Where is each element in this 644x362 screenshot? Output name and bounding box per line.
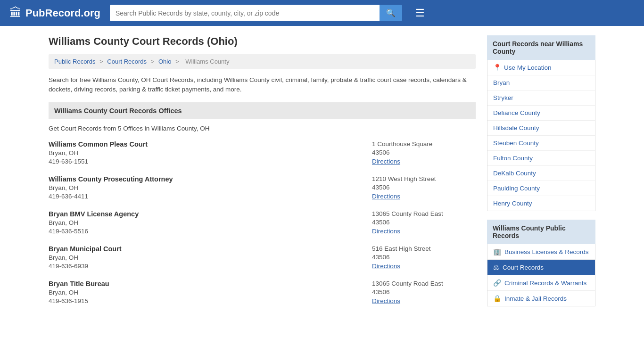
public-records-list: 🏢Business Licenses & Records⚖Court Recor… [487, 244, 595, 306]
offices-container: Williams Common Pleas Court Bryan, OH 41… [49, 140, 476, 304]
public-records-link[interactable]: Criminal Records & Warrants [504, 280, 586, 287]
office-right-4: 13065 County Road East 43506 Directions [372, 280, 476, 304]
office-city: Bryan, OH [49, 289, 363, 296]
search-area: 🔍 [110, 5, 402, 21]
office-name: Bryan Municipal Court [49, 245, 363, 253]
record-icon: 🔒 [493, 295, 501, 302]
office-address: 516 East High Street [372, 245, 476, 252]
office-entry: Williams County Prosecuting Attorney Bry… [49, 175, 476, 200]
nearby-link[interactable]: Paulding County [493, 185, 540, 192]
logo-link[interactable]: 🏛 PubRecord.org [9, 6, 100, 20]
nearby-link[interactable]: Defiance County [493, 109, 540, 116]
office-zip: 43506 [372, 219, 476, 226]
office-city: Bryan, OH [49, 184, 363, 191]
search-input[interactable] [110, 5, 380, 21]
office-left-1: Williams County Prosecuting Attorney Bry… [49, 175, 363, 200]
main-container: Williams County Court Records (Ohio) Pub… [39, 26, 605, 324]
office-entry: Bryan Title Bureau Bryan, OH 419-636-191… [49, 280, 476, 304]
nearby-list-item[interactable]: Stryker [487, 90, 595, 106]
office-left-3: Bryan Municipal Court Bryan, OH 419-636-… [49, 245, 363, 270]
search-icon: 🔍 [386, 9, 396, 17]
public-records-link[interactable]: Business Licenses & Records [504, 248, 589, 255]
office-entry: Bryan Municipal Court Bryan, OH 419-636-… [49, 245, 476, 270]
office-left-0: Williams Common Pleas Court Bryan, OH 41… [49, 140, 363, 165]
menu-button[interactable]: ☰ [415, 7, 425, 19]
office-city: Bryan, OH [49, 254, 363, 261]
nearby-link[interactable]: Fulton County [493, 155, 533, 162]
nearby-list-item[interactable]: Fulton County [487, 151, 595, 166]
nearby-link[interactable]: Hillsdale County [493, 124, 539, 132]
directions-link[interactable]: Directions [372, 193, 400, 200]
use-location-item[interactable]: 📍 Use My Location [487, 60, 595, 75]
office-city: Bryan, OH [49, 219, 363, 226]
office-left-4: Bryan Title Bureau Bryan, OH 419-636-191… [49, 280, 363, 304]
directions-link[interactable]: Directions [372, 297, 400, 304]
nearby-list-item[interactable]: Paulding County [487, 181, 595, 196]
breadcrumb-sep3: > [175, 58, 181, 65]
public-records-header: Williams County Public Records [487, 220, 595, 244]
office-zip: 43506 [372, 254, 476, 261]
office-city: Bryan, OH [49, 149, 363, 156]
public-records-link[interactable]: Court Records [503, 264, 544, 271]
header: 🏛 PubRecord.org 🔍 ☰ [0, 0, 644, 26]
office-address: 13065 County Road East [372, 210, 476, 217]
office-right-3: 516 East High Street 43506 Directions [372, 245, 476, 270]
office-phone: 419-636-5516 [49, 228, 363, 235]
nearby-list-item[interactable]: Steuben County [487, 136, 595, 151]
office-right-0: 1 Courthouse Square 43506 Directions [372, 140, 476, 165]
office-zip: 43506 [372, 288, 476, 296]
office-name: Williams County Prosecuting Attorney [49, 175, 363, 183]
nearby-header: Court Records near Williams County [487, 35, 595, 60]
office-zip: 43506 [372, 184, 476, 191]
record-icon: 🏢 [493, 248, 501, 255]
nearby-list-item[interactable]: Bryan [487, 75, 595, 90]
public-records-link[interactable]: Inmate & Jail Records [504, 295, 567, 302]
public-records-item[interactable]: 🔒Inmate & Jail Records [487, 291, 595, 306]
nearby-list-item[interactable]: Defiance County [487, 106, 595, 121]
nearby-link[interactable]: Bryan [493, 79, 510, 86]
breadcrumb-sep2: > [151, 58, 156, 65]
public-records-item[interactable]: ⚖Court Records [487, 260, 595, 275]
sidebar: Court Records near Williams County 📍 Use… [487, 35, 595, 315]
nearby-link[interactable]: DeKalb County [493, 170, 536, 177]
page-title: Williams County Court Records (Ohio) [49, 35, 476, 48]
office-address: 1210 West High Street [372, 175, 476, 182]
directions-link[interactable]: Directions [372, 158, 400, 165]
nearby-list-item[interactable]: Henry County [487, 196, 595, 211]
office-address: 13065 County Road East [372, 280, 476, 287]
office-entry: Williams Common Pleas Court Bryan, OH 41… [49, 140, 476, 165]
office-phone: 419-636-4411 [49, 193, 363, 200]
content-area: Williams County Court Records (Ohio) Pub… [49, 35, 476, 315]
menu-icon: ☰ [415, 7, 425, 19]
public-records-item[interactable]: 🏢Business Licenses & Records [487, 244, 595, 260]
office-name: Williams Common Pleas Court [49, 140, 363, 148]
logo-icon: 🏛 [9, 6, 22, 20]
record-icon: 🔗 [493, 279, 501, 287]
nearby-link[interactable]: Steuben County [493, 140, 539, 147]
location-pin-icon: 📍 [493, 64, 501, 71]
office-right-1: 1210 West High Street 43506 Directions [372, 175, 476, 200]
use-location-link[interactable]: Use My Location [504, 64, 552, 71]
directions-link[interactable]: Directions [372, 228, 400, 235]
office-right-2: 13065 County Road East 43506 Directions [372, 210, 476, 235]
breadcrumb-public-records[interactable]: Public Records [54, 58, 95, 65]
page-description: Search for free Williams County, OH Cour… [49, 75, 476, 95]
breadcrumb-ohio[interactable]: Ohio [158, 58, 171, 65]
office-address: 1 Courthouse Square [372, 140, 476, 148]
breadcrumb: Public Records > Court Records > Ohio > … [49, 54, 476, 69]
nearby-list-item[interactable]: DeKalb County [487, 166, 595, 181]
office-left-2: Bryan BMV License Agency Bryan, OH 419-6… [49, 210, 363, 235]
nearby-list: 📍 Use My Location BryanStrykerDefiance C… [487, 60, 595, 211]
nearby-list-item[interactable]: Hillsdale County [487, 121, 595, 136]
logo-text: PubRecord.org [25, 7, 100, 19]
public-records-item[interactable]: 🔗Criminal Records & Warrants [487, 275, 595, 291]
breadcrumb-court-records[interactable]: Court Records [107, 58, 147, 65]
record-icon: ⚖ [493, 263, 499, 271]
directions-link[interactable]: Directions [372, 263, 400, 270]
nearby-link[interactable]: Stryker [493, 94, 513, 101]
office-name: Bryan BMV License Agency [49, 210, 363, 218]
section-header: Williams County Court Records Offices [49, 102, 476, 119]
offices-count: Get Court Records from 5 Offices in Will… [49, 125, 476, 132]
nearby-link[interactable]: Henry County [493, 200, 532, 207]
search-button[interactable]: 🔍 [380, 5, 402, 21]
